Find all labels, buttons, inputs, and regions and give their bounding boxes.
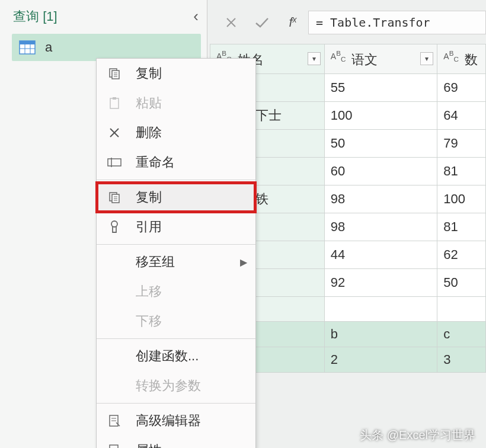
menu-label: 重命名 — [136, 153, 175, 171]
queries-panel: 查询 [1] ‹ a 复制 — [0, 0, 207, 448]
menu-separator — [97, 338, 255, 339]
menu-move-up: 上移 — [97, 277, 255, 306]
menu-label: 创建函数... — [136, 347, 199, 365]
fx-icon[interactable]: fx — [277, 15, 308, 30]
confirm-icon[interactable] — [247, 16, 277, 29]
rename-icon — [105, 157, 124, 168]
menu-separator — [97, 244, 255, 245]
cell-value[interactable]: 60 — [324, 157, 437, 185]
svg-rect-25 — [110, 445, 118, 448]
copy-icon — [105, 67, 124, 80]
collapse-icon[interactable]: ‹ — [193, 7, 199, 25]
menu-label: 复制 — [136, 188, 162, 206]
cell-value[interactable]: 79 — [437, 129, 486, 157]
delete-icon — [105, 127, 124, 139]
cancel-icon[interactable] — [216, 16, 247, 29]
svg-point-21 — [111, 221, 117, 227]
properties-icon — [105, 444, 124, 448]
editor-icon — [105, 414, 124, 427]
query-item-a[interactable]: a — [12, 34, 201, 61]
cell-value[interactable]: c — [437, 321, 486, 347]
query-label: a — [45, 40, 52, 55]
column-header-col3[interactable]: ABC 数 — [437, 44, 486, 74]
menu-move-to-group[interactable]: 移至组 ▶ — [97, 247, 255, 277]
menu-label: 删除 — [136, 124, 162, 142]
menu-label: 引用 — [136, 218, 162, 236]
cell-value[interactable]: 98 — [324, 185, 437, 213]
menu-delete[interactable]: 删除 — [97, 118, 255, 148]
menu-copy[interactable]: 复制 — [97, 59, 255, 88]
chevron-right-icon: ▶ — [240, 257, 247, 268]
svg-rect-11 — [113, 97, 116, 100]
cell-value[interactable]: 2 — [324, 347, 437, 372]
menu-advanced-editor[interactable]: 高级编辑器 — [97, 406, 255, 436]
menu-label: 高级编辑器 — [136, 412, 201, 430]
cell-value[interactable]: 98 — [324, 213, 437, 241]
duplicate-icon — [105, 191, 124, 204]
type-indicator: ABC — [331, 52, 346, 61]
table-icon — [19, 40, 36, 55]
menu-paste: 粘贴 — [97, 88, 255, 118]
menu-label: 粘贴 — [136, 94, 162, 112]
cell-value[interactable]: 92 — [324, 268, 437, 296]
type-indicator: ABC — [443, 52, 459, 61]
menu-convert-to-param: 转换为参数 — [97, 371, 255, 401]
cell-value[interactable]: 81 — [437, 157, 486, 185]
filter-dropdown-icon[interactable]: ▾ — [308, 52, 321, 65]
menu-rename[interactable]: 重命名 — [97, 148, 255, 177]
reference-icon — [105, 220, 124, 233]
svg-rect-10 — [110, 98, 119, 108]
formula-bar: fx — [216, 9, 486, 36]
menu-move-down: 下移 — [97, 306, 255, 336]
menu-label: 移至组 — [136, 253, 175, 271]
cell-value[interactable]: 62 — [437, 241, 486, 268]
query-count: [1] — [43, 9, 57, 24]
cell-value[interactable]: 55 — [324, 73, 437, 101]
menu-separator — [97, 180, 255, 180]
panel-title: 查询 — [13, 9, 39, 24]
svg-rect-1 — [20, 41, 35, 44]
menu-label: 上移 — [136, 283, 162, 300]
menu-label: 复制 — [136, 65, 162, 82]
cell-value[interactable]: 100 — [324, 101, 437, 129]
cell-value[interactable]: 44 — [324, 241, 437, 268]
context-menu: 复制 粘贴 删除 重命名 — [96, 58, 256, 448]
menu-label: 转换为参数 — [136, 377, 201, 395]
paste-icon — [105, 97, 124, 110]
cell-value[interactable]: 100 — [437, 185, 486, 213]
column-header-chinese[interactable]: ABC 语文 ▾ — [324, 44, 437, 74]
cell-value[interactable]: 3 — [437, 347, 486, 372]
cell-value[interactable]: b — [324, 321, 437, 347]
svg-rect-14 — [108, 159, 121, 166]
watermark: 头条 @Excel学习世界 — [360, 427, 475, 443]
menu-create-function[interactable]: 创建函数... — [97, 341, 255, 371]
menu-reference[interactable]: 引用 — [97, 212, 255, 242]
cell-value[interactable]: 50 — [437, 268, 486, 296]
cell-value[interactable]: 64 — [437, 101, 486, 129]
menu-label: 属性... — [136, 441, 172, 448]
cell-value[interactable]: 81 — [437, 213, 486, 241]
menu-properties[interactable]: 属性... — [97, 436, 255, 448]
filter-dropdown-icon[interactable]: ▾ — [420, 52, 433, 65]
formula-input[interactable] — [308, 11, 486, 34]
menu-duplicate[interactable]: 复制 — [97, 183, 255, 212]
cell-value[interactable]: 50 — [324, 129, 437, 157]
menu-separator — [97, 403, 255, 404]
menu-label: 下移 — [136, 312, 162, 330]
cell-value[interactable]: 69 — [437, 73, 486, 101]
